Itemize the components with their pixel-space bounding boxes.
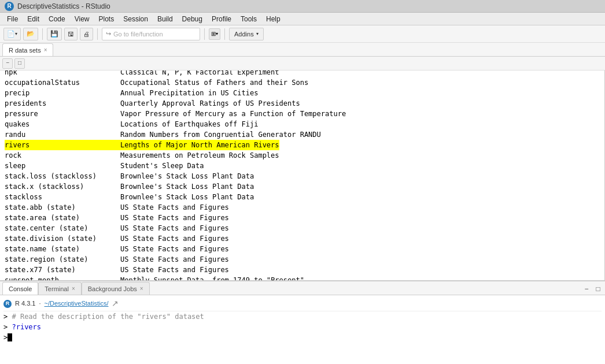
dataset-desc: Lengths of Major North American Rivers — [120, 140, 279, 150]
dataset-name: stack.loss (stackloss) — [5, 171, 120, 181]
save-all-icon: 🖫 — [68, 31, 74, 38]
data-row[interactable]: state.division (state)US State Facts and… — [5, 233, 600, 244]
dataset-name: sleep — [5, 161, 120, 171]
menubar-item-tools[interactable]: Tools — [236, 14, 261, 24]
dataset-name: quakes — [5, 119, 120, 129]
menubar-item-file[interactable]: File — [2, 14, 23, 24]
toolbar: 📄 ▾ 📂 💾 🖫 🖨 ↪ Go to file/function ⊞ ▾ Ad… — [0, 25, 605, 43]
tab-close-btn[interactable]: × — [44, 47, 47, 53]
dataset-desc: US State Facts and Figures — [120, 223, 229, 233]
goto-placeholder-text: Go to file/function — [113, 31, 163, 38]
dataset-desc: Random Numbers from Congruential Generat… — [120, 129, 321, 140]
tab-toolbar-minimize[interactable]: − — [2, 58, 13, 69]
dataset-name: state.abb (state) — [5, 202, 120, 213]
addins-dropdown-icon: ▾ — [256, 31, 259, 36]
tab-label: R data sets — [9, 47, 41, 54]
data-row[interactable]: stacklossBrownlee's Stack Loss Plant Dat… — [5, 192, 600, 202]
data-area[interactable]: nhtempAverage Yearly Temperatures in New… — [0, 70, 605, 280]
new-file-icon: 📄 — [7, 30, 15, 38]
data-row[interactable]: sunspot.monthMonthly Sunspot Data, from … — [5, 275, 600, 280]
data-row[interactable]: presidentsQuarterly Approval Ratings of … — [5, 98, 600, 109]
dataset-desc: Locations of Earthquakes off Fiji — [120, 119, 258, 129]
goto-file-input[interactable]: ↪ Go to file/function — [102, 28, 200, 40]
upper-panel: R data sets × − □ nhtempAverage Yearly T… — [0, 43, 605, 280]
data-row[interactable]: stack.loss (stackloss)Brownlee's Stack L… — [5, 171, 600, 181]
dataset-name: presidents — [5, 98, 120, 109]
tab-bar-top: R data sets × — [0, 43, 605, 57]
minimize-bottom-btn[interactable]: − — [582, 284, 591, 294]
data-row[interactable]: sleepStudent's Sleep Data — [5, 161, 600, 171]
data-row[interactable]: rockMeasurements on Petroleum Rock Sampl… — [5, 150, 600, 161]
bottom-tabs-left: ConsoleTerminal ×Background Jobs × — [2, 282, 150, 295]
menubar-item-help[interactable]: Help — [261, 14, 285, 24]
save-button[interactable]: 💾 — [47, 28, 62, 40]
console-line-2: > ?rivers — [3, 322, 602, 332]
tab-close-icon[interactable]: × — [72, 285, 75, 292]
cursor-block — [8, 333, 12, 341]
data-row[interactable]: state.area (state)US State Facts and Fig… — [5, 213, 600, 223]
dataset-desc: Brownlee's Stack Loss Plant Data — [120, 171, 254, 181]
r-version-text: R 4.3.1 — [15, 299, 35, 309]
grid-dropdown-icon: ▾ — [216, 31, 218, 36]
bottom-tab-terminal[interactable]: Terminal × — [38, 282, 81, 295]
menubar-item-profile[interactable]: Profile — [207, 14, 236, 24]
grid-icon-btn[interactable]: ⊞ ▾ — [209, 28, 220, 40]
path-separator: · — [39, 299, 40, 309]
dataset-name: state.division (state) — [5, 233, 120, 244]
command-text: ?rivers — [12, 323, 41, 331]
bottom-tab-console[interactable]: Console — [2, 282, 38, 295]
data-row[interactable]: state.x77 (state)US State Facts and Figu… — [5, 265, 600, 275]
dataset-name: sunspot.month — [5, 275, 120, 280]
bottom-tabs: ConsoleTerminal ×Background Jobs × − □ — [0, 281, 605, 295]
sep4 — [224, 28, 225, 40]
data-row[interactable]: state.abb (state)US State Facts and Figu… — [5, 202, 600, 213]
menubar-item-debug[interactable]: Debug — [178, 14, 207, 24]
menubar-item-code[interactable]: Code — [44, 14, 70, 24]
menubar-item-session[interactable]: Session — [119, 14, 153, 24]
maximize-bottom-btn[interactable]: □ — [593, 284, 603, 294]
console-path-bar: R R 4.3.1 · ~/DescriptiveStatistics/ ↗ — [3, 296, 602, 311]
dataset-desc: Annual Precipitation in US Cities — [120, 88, 258, 98]
data-row[interactable]: riversLengths of Major North American Ri… — [5, 140, 600, 150]
menubar-item-build[interactable]: Build — [153, 14, 178, 24]
data-row[interactable]: quakesLocations of Earthquakes off Fiji — [5, 119, 600, 129]
print-button[interactable]: 🖨 — [80, 28, 93, 40]
dataset-desc: Classical N, P, K Factorial Experiment — [120, 70, 279, 77]
bottom-tab-background-jobs[interactable]: Background Jobs × — [82, 282, 150, 295]
data-row[interactable]: precipAnnual Precipitation in US Cities — [5, 88, 600, 98]
tab-toolbar-maximize[interactable]: □ — [14, 58, 25, 69]
data-row[interactable]: state.name (state)US State Facts and Fig… — [5, 244, 600, 254]
dataset-name: stackloss — [5, 192, 120, 202]
menubar-item-view[interactable]: View — [70, 14, 94, 24]
dataset-name: rock — [5, 150, 120, 161]
terminal-icon: ↗ — [112, 298, 119, 310]
print-icon: 🖨 — [83, 31, 90, 38]
menubar-item-plots[interactable]: Plots — [94, 14, 119, 24]
dataset-name: state.region (state) — [5, 254, 120, 265]
data-row[interactable]: state.region (state)US State Facts and F… — [5, 254, 600, 265]
grid-icon: ⊞ — [211, 31, 216, 37]
data-row[interactable]: occupationalStatusOccupational Status of… — [5, 77, 600, 88]
console-line-1: > # Read the description of the "rivers"… — [3, 311, 602, 322]
console-path-link[interactable]: ~/DescriptiveStatistics/ — [45, 299, 109, 309]
addins-button[interactable]: Addins ▾ — [229, 28, 264, 40]
main-content: R data sets × − □ nhtempAverage Yearly T… — [0, 43, 605, 364]
dataset-name: rivers — [5, 140, 120, 150]
data-row[interactable]: stack.x (stackloss)Brownlee's Stack Loss… — [5, 181, 600, 192]
data-row[interactable]: state.center (state)US State Facts and F… — [5, 223, 600, 233]
data-row[interactable]: npkClassical N, P, K Factorial Experimen… — [5, 70, 600, 77]
data-row[interactable]: randuRandom Numbers from Congruential Ge… — [5, 129, 600, 140]
menubar-item-edit[interactable]: Edit — [23, 14, 44, 24]
dataset-name: state.center (state) — [5, 223, 120, 233]
console-area[interactable]: R R 4.3.1 · ~/DescriptiveStatistics/ ↗ >… — [0, 295, 605, 364]
tab-close-icon[interactable]: × — [140, 285, 143, 292]
dataset-name: state.x77 (state) — [5, 265, 120, 275]
comment-text: # Read the description of the "rivers" d… — [12, 313, 204, 321]
dataset-desc: US State Facts and Figures — [120, 213, 229, 223]
new-file-button[interactable]: 📄 ▾ — [3, 28, 21, 40]
save-all-button[interactable]: 🖫 — [64, 28, 78, 40]
dataset-desc: US State Facts and Figures — [120, 233, 229, 244]
open-file-button[interactable]: 📂 — [23, 28, 38, 40]
data-row[interactable]: pressureVapor Pressure of Mercury as a F… — [5, 109, 600, 119]
tab-r-data-sets[interactable]: R data sets × — [2, 43, 53, 56]
